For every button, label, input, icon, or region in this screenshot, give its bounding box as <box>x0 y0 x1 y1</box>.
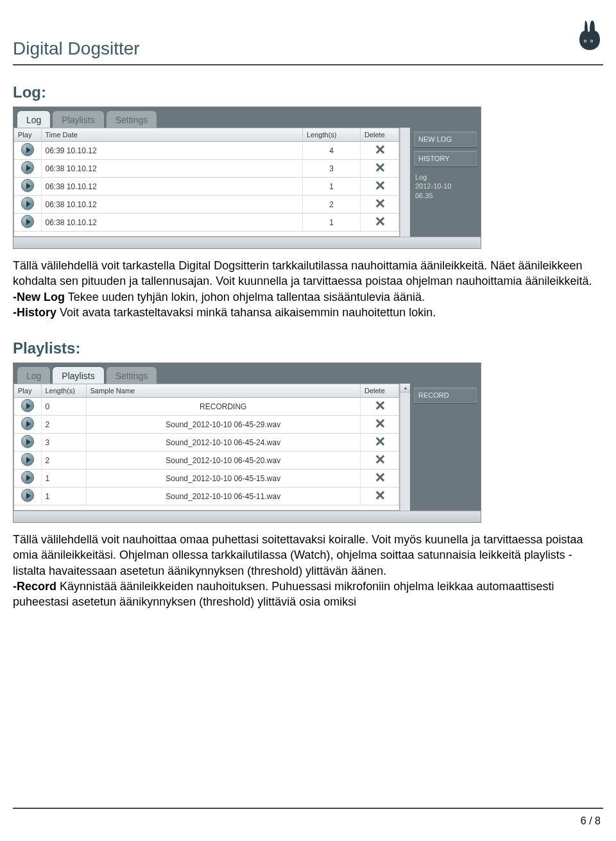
length-cell: 3 <box>41 434 86 452</box>
table-row: 1Sound_2012-10-10 06-45-15.wav <box>14 470 399 488</box>
record-button[interactable]: RECORD <box>414 387 477 403</box>
log-table: Play Time Date Length(s) Delete 06:39 10… <box>14 128 399 232</box>
playlists-description: Tällä välilehdellä voit nauhoittaa omaa … <box>13 532 603 609</box>
table-row: 0RECORDING <box>14 398 399 416</box>
col-time: Time Date <box>41 128 303 142</box>
col-play: Play <box>14 384 41 398</box>
sample-name-cell: Sound_2012-10-10 06-45-29.wav <box>86 416 361 434</box>
tab-log[interactable]: Log <box>17 111 50 128</box>
col-delete: Delete <box>361 384 399 398</box>
length-cell: 4 <box>303 142 361 160</box>
tab-playlists[interactable]: Playlists <box>53 367 103 384</box>
log-heading: Log: <box>13 83 603 101</box>
panel-footer <box>13 511 481 522</box>
col-length: Length(s) <box>303 128 361 142</box>
close-icon[interactable] <box>374 436 386 447</box>
length-cell: 3 <box>303 160 361 178</box>
play-icon[interactable] <box>21 435 34 448</box>
close-icon[interactable] <box>374 400 386 411</box>
tab-settings[interactable]: Settings <box>107 111 157 128</box>
sample-name-cell: Sound_2012-10-10 06-45-11.wav <box>86 488 361 505</box>
table-row: 3Sound_2012-10-10 06-45-24.wav <box>14 434 399 452</box>
sample-name-cell: Sound_2012-10-10 06-45-15.wav <box>86 470 361 488</box>
bunny-logo-icon <box>576 19 603 59</box>
time-cell: 06:39 10.10.12 <box>41 142 303 160</box>
playlists-table: Play Length(s) Sample Name Delete 0RECOR… <box>14 384 399 505</box>
length-cell: 2 <box>41 416 86 434</box>
history-button[interactable]: HISTORY <box>414 151 477 166</box>
length-cell: 0 <box>41 398 86 416</box>
svg-point-2 <box>585 40 586 42</box>
close-icon[interactable] <box>374 489 386 501</box>
footer-divider <box>13 808 603 809</box>
play-icon[interactable] <box>21 197 34 210</box>
time-cell: 06:38 10.10.12 <box>41 214 303 232</box>
scrollbar[interactable] <box>400 128 410 237</box>
play-icon[interactable] <box>21 417 34 430</box>
close-icon[interactable] <box>374 454 386 465</box>
table-row: 06:38 10.10.121 <box>14 178 399 196</box>
table-row: 2Sound_2012-10-10 06-45-29.wav <box>14 416 399 434</box>
new-log-button[interactable]: NEW LOG <box>414 132 477 147</box>
length-cell: 1 <box>303 178 361 196</box>
table-row: 06:38 10.10.121 <box>14 214 399 232</box>
close-icon[interactable] <box>374 162 386 173</box>
log-description: Tällä välilehdellä voit tarkastella Digi… <box>13 258 603 320</box>
length-cell: 1 <box>41 470 86 488</box>
play-icon[interactable] <box>21 489 34 502</box>
play-icon[interactable] <box>21 179 34 192</box>
play-icon[interactable] <box>21 143 34 156</box>
play-icon[interactable] <box>21 453 34 466</box>
play-icon[interactable] <box>21 215 34 228</box>
length-cell: 1 <box>303 214 361 232</box>
playlists-heading: Playlists: <box>13 339 603 357</box>
col-sample: Sample Name <box>86 384 361 398</box>
play-icon[interactable] <box>21 471 34 484</box>
table-row: 2Sound_2012-10-10 06-45-20.wav <box>14 452 399 470</box>
page-title: Digital Dogsitter <box>13 38 140 59</box>
time-cell: 06:38 10.10.12 <box>41 160 303 178</box>
table-row: 06:39 10.10.124 <box>14 142 399 160</box>
sample-name-cell: RECORDING <box>86 398 361 416</box>
col-delete: Delete <box>361 128 399 142</box>
close-icon[interactable] <box>374 198 386 209</box>
length-cell: 1 <box>41 488 86 505</box>
col-play: Play <box>14 128 41 142</box>
close-icon[interactable] <box>374 471 386 483</box>
table-row: 06:38 10.10.123 <box>14 160 399 178</box>
tab-playlists[interactable]: Playlists <box>53 111 103 128</box>
length-cell: 2 <box>41 452 86 470</box>
svg-point-3 <box>591 40 592 42</box>
scrollbar[interactable]: ▴ <box>400 384 410 511</box>
col-length: Length(s) <box>41 384 86 398</box>
log-screenshot: Log Playlists Settings Play Time Date Le… <box>13 106 481 249</box>
table-row: 06:38 10.10.122 <box>14 196 399 214</box>
close-icon[interactable] <box>374 144 386 155</box>
length-cell: 2 <box>303 196 361 214</box>
tab-log[interactable]: Log <box>17 367 50 384</box>
tab-settings[interactable]: Settings <box>107 367 157 384</box>
time-cell: 06:38 10.10.12 <box>41 178 303 196</box>
sample-name-cell: Sound_2012-10-10 06-45-24.wav <box>86 434 361 452</box>
close-icon[interactable] <box>374 180 386 191</box>
play-icon[interactable] <box>21 161 34 174</box>
time-cell: 06:38 10.10.12 <box>41 196 303 214</box>
playlists-screenshot: Log Playlists Settings Play Length(s) Sa… <box>13 362 481 523</box>
sample-name-cell: Sound_2012-10-10 06-45-20.wav <box>86 452 361 470</box>
log-info: Log 2012-10-10 06.35 <box>414 170 477 203</box>
panel-footer <box>13 237 481 248</box>
header-divider <box>13 64 603 65</box>
page-number: 6 / 8 <box>581 815 601 827</box>
close-icon[interactable] <box>374 418 386 429</box>
table-row: 1Sound_2012-10-10 06-45-11.wav <box>14 488 399 505</box>
close-icon[interactable] <box>374 216 386 227</box>
play-icon[interactable] <box>21 399 34 412</box>
